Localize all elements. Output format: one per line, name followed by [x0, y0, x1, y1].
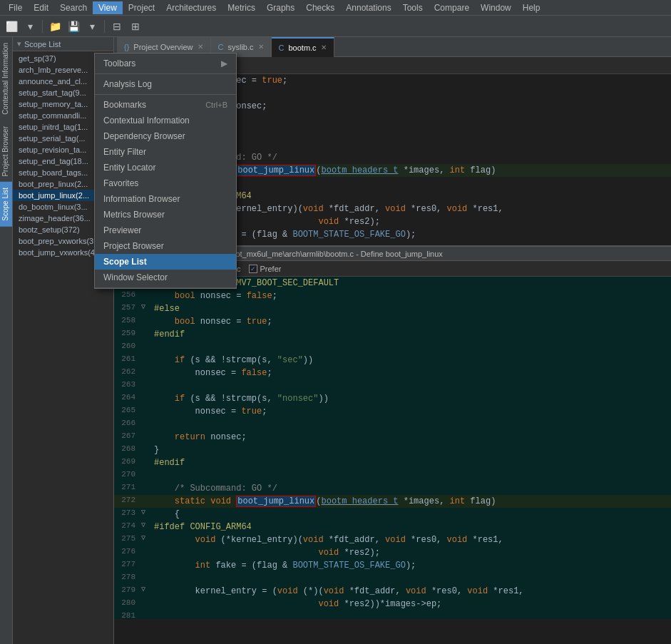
prev-line-271: 271 /* Subcommand: GO */: [114, 482, 671, 495]
prev-num-276: 276: [114, 546, 141, 556]
menu-item-metrics-browser[interactable]: Metrics Browser: [95, 207, 236, 223]
prev-fold-278: [141, 572, 151, 580]
tab-syslib-label: syslib.c: [227, 43, 253, 51]
prev-content-272: static void boot_jump_linux(bootm_header…: [151, 495, 671, 508]
menu-checks[interactable]: Checks: [300, 1, 340, 14]
tab-bootm[interactable]: C bootm.c ✕: [272, 37, 334, 57]
menu-item-metrics-browser-label: Metrics Browser: [103, 210, 165, 220]
toolbar-open-btn[interactable]: 📁: [46, 19, 63, 34]
prev-fold-260: [141, 341, 151, 349]
prev-fold-276: [141, 546, 151, 554]
prev-fold-281: [141, 610, 151, 618]
toolbar-sep2: [104, 20, 105, 33]
menu-graphs[interactable]: Graphs: [261, 1, 300, 14]
menu-item-favorites-label: Favorites: [103, 178, 138, 188]
menu-tools[interactable]: Tools: [397, 1, 429, 14]
menu-help[interactable]: Help: [517, 1, 546, 14]
prev-content-269: #endif: [151, 456, 671, 469]
menu-item-project-browser[interactable]: Project Browser: [95, 238, 236, 254]
scope-list-title: Scope List: [24, 40, 61, 48]
prev-line-281: 281: [114, 610, 671, 619]
menu-edit[interactable]: Edit: [28, 1, 54, 14]
prev-line-261: 261 if (s && !strcmp(s, "sec")): [114, 354, 671, 367]
menubar: File Edit Search View Project Architectu…: [0, 0, 671, 16]
menu-item-toolbars-label: Toolbars: [103, 58, 135, 68]
vtab-project-browser[interactable]: Project Browser: [0, 121, 12, 183]
prev-fold-280: [141, 598, 151, 605]
prev-line-267: 267 return nonsec;: [114, 431, 671, 444]
menu-annotations[interactable]: Annotations: [340, 1, 396, 14]
prev-num-273: 273: [114, 508, 141, 517]
vtab-contextual-info[interactable]: Contextual Information: [0, 37, 12, 121]
prefer-checkbox[interactable]: Prefer: [249, 265, 281, 273]
prev-fold-273[interactable]: ▽: [141, 508, 151, 516]
prev-fold-265: [141, 405, 151, 413]
menu-project[interactable]: Project: [123, 1, 160, 14]
toolbar-new-btn[interactable]: ⬜: [3, 19, 20, 34]
toolbar-save-btn[interactable]: 💾: [65, 19, 82, 34]
prev-line-280: 280 void *res2))*images->ep;: [114, 598, 671, 610]
menu-item-info-browser[interactable]: Information Browser: [95, 191, 236, 207]
scope-list-toggle[interactable]: ▾: [17, 39, 21, 48]
prev-fold-257[interactable]: ▽: [141, 302, 151, 311]
menu-item-analysis-log[interactable]: Analysis Log: [95, 76, 236, 92]
vtabs-container: Contextual Information Project Browser S…: [0, 37, 13, 644]
toolbar-restore[interactable]: ⊞: [127, 19, 144, 34]
prev-line-257: 257 ▽ #else: [114, 302, 671, 315]
menu-item-scope-list-label: Scope List: [103, 257, 147, 267]
prev-content-257: #else: [151, 302, 671, 315]
prev-content-278: [151, 572, 671, 585]
prev-content-266: [151, 418, 671, 431]
tab-bootm-close[interactable]: ✕: [321, 44, 327, 51]
menu-item-scope-list[interactable]: Scope List: [95, 254, 236, 270]
prev-line-273: 273 ▽ {: [114, 508, 671, 521]
menu-metrics[interactable]: Metrics: [222, 1, 261, 14]
previewer-section: ▾ Previewer - F:\opensource\uboot_mx6ul_…: [114, 245, 671, 619]
menu-item-dependency-browser[interactable]: Dependency Browser: [95, 128, 236, 144]
prev-line-263: 263: [114, 379, 671, 392]
menu-architectures[interactable]: Architectures: [160, 1, 222, 14]
prev-fold-274[interactable]: ▽: [141, 521, 151, 529]
previewer-code-area[interactable]: 255 ▽ #ifdef CONFIG_ARMV7_BOOT_SEC_DEFAU…: [114, 277, 671, 619]
prev-fold-262: [141, 367, 151, 374]
menu-view[interactable]: View: [93, 1, 123, 14]
prev-content-277: int fake = (flag & BOOTM_STATE_OS_FAKE_G…: [151, 559, 671, 572]
prev-content-260: [151, 341, 671, 354]
menu-search[interactable]: Search: [54, 1, 93, 14]
prev-num-270: 270: [114, 469, 141, 479]
menu-compare[interactable]: Compare: [429, 1, 475, 14]
prev-fold-259: [141, 328, 151, 336]
prev-fold-279[interactable]: ▽: [141, 585, 151, 593]
menu-item-toolbars[interactable]: Toolbars ▶: [95, 56, 236, 71]
tab-project-overview-close[interactable]: ✕: [198, 43, 203, 51]
menu-item-previewer[interactable]: Previewer: [95, 223, 236, 238]
prev-line-274: 274 ▽ #ifdef CONFIG_ARM64: [114, 521, 671, 533]
prev-fold-267: [141, 431, 151, 439]
prev-fold-258: [141, 315, 151, 323]
tab-syslib-close[interactable]: ✕: [258, 43, 264, 51]
menu-item-bookmarks[interactable]: Bookmarks Ctrl+B: [95, 97, 236, 113]
prev-num-262: 262: [114, 367, 141, 376]
menu-item-window-selector[interactable]: Window Selector: [95, 270, 236, 285]
prev-content-263: [151, 379, 671, 392]
prefer-check-icon: [249, 265, 257, 273]
toolbar-new-dropdown[interactable]: ▾: [21, 19, 39, 34]
prev-num-275: 275: [114, 533, 141, 543]
prev-line-276: 276 void *res2);: [114, 546, 671, 559]
prev-fold-275[interactable]: ▽: [141, 533, 151, 542]
menu-item-favorites[interactable]: Favorites: [95, 175, 236, 191]
prev-fold-263: [141, 379, 151, 387]
vtab-scope-list[interactable]: Scope List: [0, 182, 12, 227]
toolbar-save-dropdown[interactable]: ▾: [83, 19, 101, 34]
menu-item-entity-filter-label: Entity Filter: [103, 147, 146, 157]
prev-num-272: 272: [114, 495, 141, 504]
menu-item-entity-locator[interactable]: Entity Locator: [95, 160, 236, 175]
menu-item-contextual-info[interactable]: Contextual Information: [95, 113, 236, 128]
menu-item-entity-filter[interactable]: Entity Filter: [95, 144, 236, 160]
toolbar-maximize[interactable]: ⊟: [108, 19, 126, 34]
menu-section-panels: Bookmarks Ctrl+B Contextual Information …: [95, 95, 236, 288]
menu-window[interactable]: Window: [475, 1, 517, 14]
prev-content-275: void (*kernel_entry)(void *fdt_addr, voi…: [151, 533, 671, 546]
prev-num-274: 274: [114, 521, 141, 530]
menu-file[interactable]: File: [3, 1, 28, 14]
